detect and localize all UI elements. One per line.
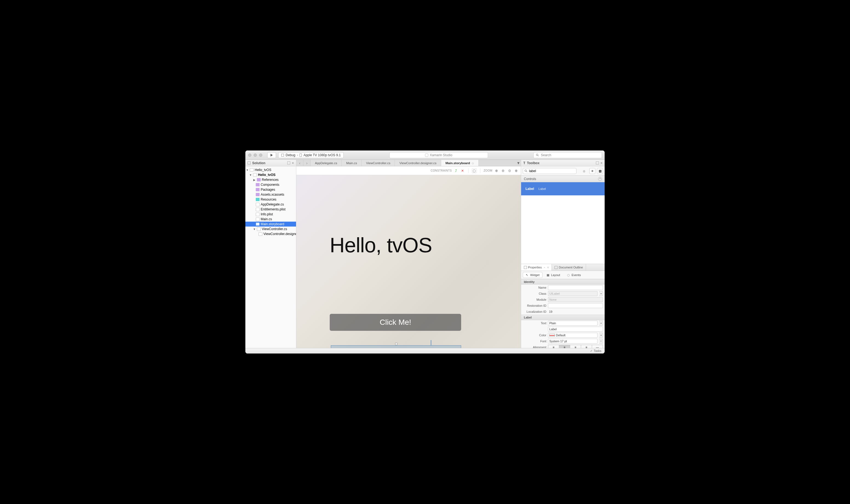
tree-label: Assets.xcassets — [261, 193, 284, 196]
font-input[interactable]: System 17 pt — [548, 339, 597, 344]
restoration-input[interactable] — [548, 303, 603, 308]
toolbox-search-input[interactable] — [523, 168, 576, 174]
panel-dock-icon[interactable] — [596, 161, 599, 164]
toolbox-item-label[interactable]: Label Label — [521, 182, 605, 195]
folder-icon — [256, 183, 260, 186]
cursor-icon: ↖ — [526, 273, 529, 276]
solution-panel-title: Solution — [252, 161, 265, 165]
tree-item-storyboard[interactable]: Main.storyboard — [245, 222, 296, 227]
subtab-events[interactable]: ◌ Events — [564, 272, 584, 278]
prop-text-value: Label — [521, 326, 605, 332]
tasks-indicator[interactable]: Tasks — [590, 349, 601, 353]
close-window-icon[interactable] — [248, 154, 251, 157]
tab-document-outline[interactable]: Document Outline — [552, 264, 586, 271]
close-tab-icon[interactable]: ○ — [471, 161, 474, 165]
zoom-out-icon[interactable]: ⊖ — [501, 168, 505, 173]
tree-item-references[interactable]: ▶ References — [245, 177, 296, 182]
frame-toggle-icon[interactable]: ▢ — [472, 168, 477, 173]
run-configuration-selector[interactable]: Debug › Apple TV 1080p tvOS 9.1 — [278, 152, 344, 158]
minimize-window-icon[interactable] — [254, 154, 257, 157]
canvas-click-button[interactable]: Click Me! — [330, 314, 461, 331]
config-target: Apple TV 1080p tvOS 9.1 — [303, 153, 341, 157]
folder-icon — [256, 188, 260, 191]
align-left-button[interactable]: ≡ — [548, 345, 559, 348]
zoom-window-icon[interactable] — [259, 154, 262, 157]
text-mode-select[interactable]: Plain — [548, 321, 597, 326]
tree-item-components[interactable]: Components — [245, 182, 296, 187]
tab-main[interactable]: Main.cs — [342, 160, 362, 166]
tree-item-maincs[interactable]: Main.cs — [245, 217, 296, 222]
subtab-layout[interactable]: ▦ Layout — [543, 272, 563, 278]
font-picker-icon[interactable]: T — [599, 339, 603, 344]
toolbox-section-header[interactable]: Controls ⌃ — [521, 176, 605, 182]
global-search[interactable]: Search — [534, 152, 602, 158]
tree-item-infoplist[interactable]: Info.plist — [245, 212, 296, 217]
zoom-in-icon[interactable]: ⊕ — [514, 168, 519, 173]
panel-dock-mini-icon[interactable]: ▫ — [544, 266, 545, 269]
tree-item-packages[interactable]: Packages — [245, 187, 296, 192]
zoom-fit-icon[interactable]: ⊕ — [494, 168, 499, 173]
tree-item-appdelegate[interactable]: AppDelegate.cs — [245, 202, 296, 207]
right-sidebar: T Toolbox × ⊗ ≡ ▦ Controls ⌃ — [521, 160, 605, 348]
name-input[interactable] — [548, 285, 603, 290]
prop-class: Class UILabel ▾ — [521, 291, 605, 296]
canvas-hello-label[interactable]: Hello, tvOS — [330, 233, 432, 257]
panel-close-icon[interactable]: × — [601, 161, 603, 165]
tree-item-viewcontroller[interactable]: ▼ ViewController.cs — [245, 227, 296, 232]
align-right-button[interactable]: ≡ — [570, 345, 581, 348]
align-center-button[interactable]: ≡ — [559, 345, 570, 348]
properties-icon — [524, 266, 527, 269]
text-mode-dropdown-icon[interactable]: ▾ — [599, 321, 603, 326]
module-input[interactable]: None — [548, 297, 603, 302]
add-constraints-icon[interactable]: ⤴ — [453, 168, 458, 173]
remove-constraints-icon[interactable]: ✕ — [460, 168, 465, 173]
tree-item-designer[interactable]: ViewController.designer.cs — [245, 232, 296, 236]
run-button[interactable] — [267, 152, 276, 158]
panel-close-icon[interactable]: × — [292, 161, 294, 165]
tree-item-assets[interactable]: Assets.xcassets — [245, 192, 296, 197]
panel-dock-icon[interactable] — [287, 161, 290, 164]
disclosure-triangle-icon[interactable]: ▼ — [246, 168, 249, 172]
subtab-widget[interactable]: ↖ Widget — [523, 272, 542, 278]
design-canvas-viewport[interactable]: Hello, tvOS Click Me! Label — [296, 175, 521, 348]
toolbox-item-desc: Label — [538, 187, 546, 191]
tab-viewcontroller[interactable]: ViewController.cs — [362, 160, 395, 166]
text-value-input[interactable]: Label — [548, 327, 603, 331]
disclosure-triangle-icon[interactable]: ▶ — [253, 178, 256, 181]
panel-close-mini-icon[interactable]: × — [547, 266, 549, 269]
class-input[interactable]: UILabel — [548, 291, 597, 296]
folder-icon — [257, 178, 261, 181]
nav-forward-button[interactable]: › — [303, 160, 311, 166]
file-icon — [256, 217, 260, 221]
tab-appdelegate[interactable]: AppDelegate.cs — [311, 160, 342, 166]
align-natural-button[interactable]: --- — [592, 345, 603, 348]
clear-search-icon[interactable]: ⊗ — [583, 169, 586, 173]
align-justify-button[interactable]: ≡ — [581, 345, 592, 348]
zoom-actual-icon[interactable]: ⊙ — [507, 168, 512, 173]
toolbox-view-list-button[interactable]: ≡ — [589, 168, 595, 174]
nav-back-button[interactable]: ‹ — [296, 160, 303, 166]
toolbox-view-grid-button[interactable]: ▦ — [597, 168, 603, 174]
project-node[interactable]: ▼ Hello_tvOS — [245, 173, 296, 177]
canvas-selected-label[interactable]: Label — [331, 345, 461, 348]
disclosure-triangle-icon[interactable]: ▼ — [249, 174, 252, 177]
tab-properties[interactable]: Properties ▫ × — [521, 264, 552, 271]
prop-localization-id: Localization ID 19 — [521, 309, 605, 314]
resize-handle-icon[interactable] — [395, 343, 397, 345]
prop-text-mode: Text Plain ▾ — [521, 320, 605, 326]
tab-storyboard[interactable]: Main.storyboard ○ — [441, 160, 479, 166]
app-icon — [425, 154, 428, 157]
collapse-icon[interactable]: ⌃ — [598, 177, 602, 181]
tree-item-entitlements[interactable]: Entitlements.plist — [245, 207, 296, 212]
tab-overflow-button[interactable]: ▾ — [516, 160, 521, 166]
tree-item-resources[interactable]: Resources — [245, 197, 296, 202]
tree-label: ViewController.cs — [262, 227, 287, 231]
color-select[interactable]: Default — [548, 333, 597, 338]
color-dropdown-icon[interactable]: ▾ — [599, 333, 603, 338]
solution-root[interactable]: ▼ Hello_tvOS — [245, 167, 296, 173]
disclosure-triangle-icon[interactable]: ▼ — [253, 228, 256, 231]
class-dropdown-icon[interactable]: ▾ — [599, 291, 603, 296]
tab-designer[interactable]: ViewController.designer.cs — [395, 160, 441, 166]
design-surface[interactable]: Hello, tvOS Click Me! Label — [296, 175, 521, 348]
tree-label: Main.cs — [261, 217, 272, 221]
